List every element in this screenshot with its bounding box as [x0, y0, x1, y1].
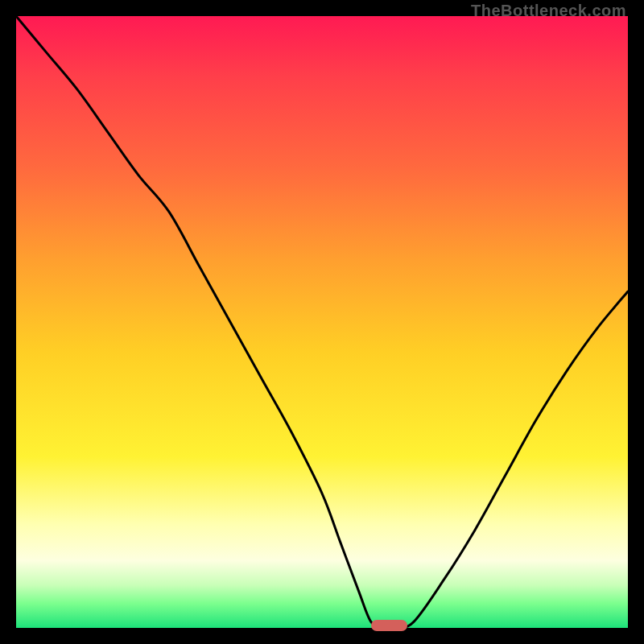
chart-frame: TheBottleneck.com	[0, 0, 644, 644]
curve-layer	[16, 16, 628, 628]
watermark-text: TheBottleneck.com	[471, 2, 626, 20]
optimal-marker	[371, 620, 408, 631]
bottleneck-curve	[16, 16, 628, 629]
